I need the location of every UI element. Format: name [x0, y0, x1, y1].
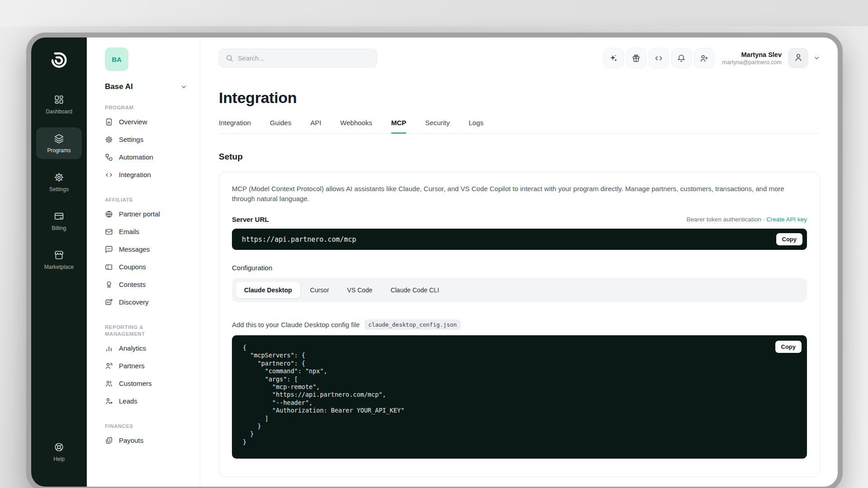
life-buoy-icon: [54, 442, 64, 452]
auth-note: Bearer token authentication ·: [687, 216, 765, 223]
rail-item-billing[interactable]: Billing: [36, 205, 82, 237]
rail-item-settings[interactable]: Settings: [36, 166, 82, 198]
sidebar-item-customers[interactable]: Customers: [105, 375, 192, 392]
sidebar-item-label: Contests: [119, 281, 146, 288]
sparkles-icon: [609, 54, 618, 63]
payout-icon: $: [105, 436, 113, 445]
topbar-icon-buttons: [601, 48, 714, 68]
create-api-key-link[interactable]: Create API key: [766, 216, 807, 223]
config-tab-cursor[interactable]: Cursor: [302, 282, 337, 298]
mail-icon: [105, 228, 113, 236]
user-arrow-icon: [105, 397, 113, 405]
svg-text:AI: AI: [107, 300, 110, 304]
server-url-value: https://api.partnero.com/mcp: [242, 235, 356, 244]
sidebar-item-messages[interactable]: Messages: [105, 240, 192, 258]
config-hint: Add this to your Claude Desktop config f…: [232, 319, 807, 330]
page-tabs: IntegrationGuidesAPIWebhooksMCPSecurityL…: [219, 119, 820, 134]
copy-config-button[interactable]: Copy: [775, 341, 802, 353]
user-name: Martyna Slev: [722, 51, 782, 58]
rail-item-label: Billing: [52, 225, 66, 231]
copy-server-url-button[interactable]: Copy: [776, 233, 803, 245]
config-tab-claude-desktop[interactable]: Claude Desktop: [236, 282, 300, 298]
user-menu-chevron-icon[interactable]: [813, 55, 820, 61]
config-tab-claude-code-cli[interactable]: Claude Code CLI: [382, 282, 447, 298]
partnero-logo-icon: [48, 49, 70, 70]
sidebar-item-partners[interactable]: Partners: [105, 357, 192, 375]
sidebar-item-emails[interactable]: Emails: [105, 223, 192, 240]
sidebar-item-partner-portal[interactable]: Partner portal: [105, 205, 192, 223]
user-plus-button[interactable]: [694, 48, 714, 68]
user-avatar[interactable]: [788, 48, 808, 68]
sidebar-item-discovery[interactable]: AIDiscovery: [105, 293, 192, 311]
layers-icon: [54, 133, 64, 144]
gear-icon: [54, 172, 64, 183]
program-nav: PROGRAMOverviewSettingsAutomationIntegra…: [105, 104, 192, 449]
sidebar-item-overview[interactable]: Overview: [105, 113, 192, 131]
sparkles-button[interactable]: [604, 48, 624, 68]
gift-icon: [632, 54, 641, 63]
rail-item-label: Help: [53, 456, 65, 462]
sidebar-item-automation[interactable]: Automation: [105, 148, 192, 166]
workflow-icon: [105, 153, 113, 161]
sidebar-item-analytics[interactable]: Analytics: [105, 339, 192, 357]
primary-nav: DashboardProgramsSettingsBillingMarketpl…: [31, 89, 87, 283]
sidebar-item-contests[interactable]: Contests: [105, 276, 192, 293]
topbar-actions: Martyna Slev martyna@partnero.com: [601, 48, 821, 68]
sidebar-item-label: Partners: [119, 362, 145, 370]
tab-integration[interactable]: Integration: [219, 119, 251, 133]
user-icon: [793, 52, 803, 64]
sidebar-item-label: Discovery: [119, 298, 149, 306]
search-box: [219, 49, 377, 67]
sidebar-item-coupons[interactable]: Coupons: [105, 258, 192, 276]
ticket-icon: [105, 263, 113, 271]
code-button[interactable]: [649, 48, 669, 68]
sidebar-item-integration[interactable]: Integration: [105, 166, 192, 183]
sidebar-item-payouts[interactable]: $Payouts: [105, 432, 192, 449]
code-icon: [105, 171, 113, 179]
search-input[interactable]: [238, 55, 370, 62]
globe-icon: [105, 210, 113, 218]
program-sidebar: BA Base AI PROGRAMOverviewSettingsAutoma…: [87, 38, 200, 487]
config-hint-text: Add this to your Claude Desktop config f…: [232, 321, 360, 328]
primary-sidebar: DashboardProgramsSettingsBillingMarketpl…: [31, 38, 87, 487]
section-label-reporting-management: REPORTING & MANAGEMENT: [105, 324, 177, 338]
program-name: Base AI: [105, 82, 133, 91]
section-title: Setup: [219, 152, 820, 162]
rail-item-help[interactable]: Help: [36, 436, 82, 468]
config-tab-vs-code[interactable]: VS Code: [339, 282, 381, 298]
sidebar-item-label: Overview: [119, 118, 147, 126]
ai-box-icon: AI: [105, 298, 113, 306]
config-file-chip: claude_desktop_config.json: [364, 319, 461, 330]
sidebar-item-label: Analytics: [119, 344, 146, 352]
rail-item-dashboard[interactable]: Dashboard: [36, 89, 82, 120]
sidebar-item-label: Settings: [119, 136, 143, 143]
app-window: DashboardProgramsSettingsBillingMarketpl…: [26, 33, 843, 488]
tab-mcp[interactable]: MCP: [391, 119, 406, 133]
tab-api[interactable]: API: [310, 119, 321, 133]
rail-help-wrap: Help: [36, 436, 82, 475]
rail-item-marketplace[interactable]: Marketplace: [36, 244, 82, 276]
sidebar-item-label: Payouts: [119, 436, 143, 444]
config-code-block: Copy { "mcpServers": { "partnero": { "co…: [232, 335, 807, 459]
mcp-description: MCP (Model Context Protocol) allows AI a…: [232, 184, 807, 203]
section-label-finances: FINANCES: [105, 423, 177, 430]
rail-item-programs[interactable]: Programs: [36, 127, 82, 159]
tab-security[interactable]: Security: [425, 119, 450, 133]
gift-button[interactable]: [626, 48, 646, 68]
svg-text:$: $: [109, 438, 111, 441]
rail-item-label: Programs: [47, 147, 71, 154]
main-content: Martyna Slev martyna@partnero.com Integr…: [200, 38, 838, 487]
sidebar-item-label: Messages: [119, 245, 150, 253]
sidebar-item-settings[interactable]: Settings: [105, 131, 192, 148]
tab-logs[interactable]: Logs: [469, 119, 484, 133]
tab-guides[interactable]: Guides: [270, 119, 292, 133]
tab-webhooks[interactable]: Webhooks: [340, 119, 373, 133]
section-label-program: PROGRAM: [105, 104, 177, 111]
program-avatar-initials: BA: [112, 56, 122, 63]
sidebar-item-leads[interactable]: Leads: [105, 392, 192, 410]
mcp-setup-card: MCP (Model Context Protocol) allows AI a…: [219, 172, 820, 477]
bell-button[interactable]: [671, 48, 692, 68]
program-switcher[interactable]: Base AI: [105, 82, 187, 91]
server-url-bar: https://api.partnero.com/mcp Copy: [232, 229, 807, 250]
rail-item-label: Marketplace: [44, 264, 74, 270]
